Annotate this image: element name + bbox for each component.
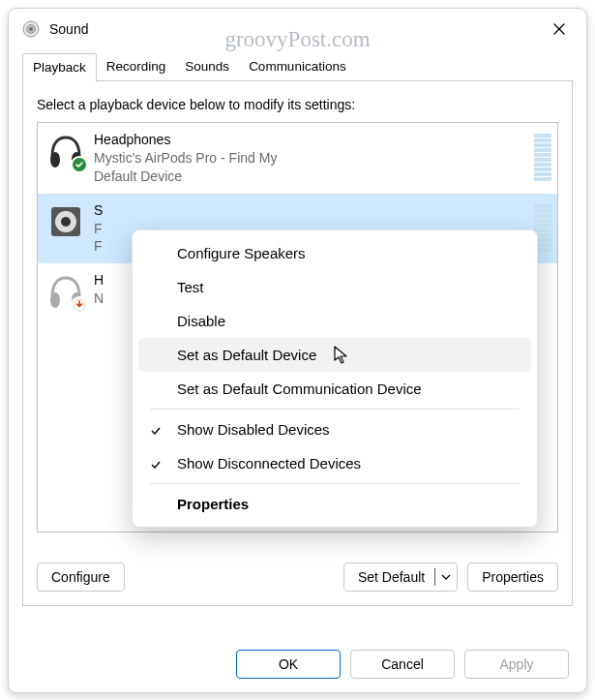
properties-button[interactable]: Properties bbox=[467, 563, 558, 592]
menu-show-disconnected[interactable]: Show Disconnected Devices bbox=[138, 446, 531, 480]
instruction-text: Select a playback device below to modify… bbox=[37, 97, 558, 112]
device-status: Default Device bbox=[94, 167, 528, 186]
window-title: Sound bbox=[49, 21, 88, 37]
footer-buttons: OK Cancel Apply bbox=[236, 650, 569, 679]
menu-separator bbox=[150, 483, 520, 484]
set-default-button[interactable]: Set Default bbox=[344, 563, 434, 591]
menu-configure-speakers[interactable]: Configure Speakers bbox=[138, 236, 531, 270]
inner-button-row: Configure Set Default Properties bbox=[37, 563, 558, 592]
svg-point-7 bbox=[61, 217, 71, 227]
sound-icon bbox=[22, 20, 40, 38]
disconnected-badge-icon bbox=[71, 296, 88, 314]
svg-point-2 bbox=[29, 27, 33, 31]
device-subtitle: Mystic's AirPods Pro - Find My bbox=[94, 149, 528, 167]
menu-properties[interactable]: Properties bbox=[138, 487, 531, 521]
tab-playback[interactable]: Playback bbox=[22, 53, 97, 82]
apply-button[interactable]: Apply bbox=[464, 650, 569, 679]
close-button[interactable] bbox=[538, 14, 580, 45]
tabs: Playback Recording Sounds Communications bbox=[9, 53, 586, 81]
device-name: Headphones bbox=[94, 131, 528, 149]
tab-recording[interactable]: Recording bbox=[97, 53, 176, 81]
level-meter bbox=[534, 131, 551, 181]
menu-separator bbox=[150, 409, 520, 410]
speaker-icon bbox=[45, 201, 86, 242]
context-menu: Configure Speakers Test Disable Set as D… bbox=[132, 229, 538, 528]
device-info: Headphones Mystic's AirPods Pro - Find M… bbox=[94, 131, 528, 186]
device-item[interactable]: Headphones Mystic's AirPods Pro - Find M… bbox=[38, 123, 557, 194]
sound-dialog: Sound Playback Recording Sounds Communic… bbox=[8, 8, 587, 693]
menu-disable[interactable]: Disable bbox=[138, 304, 531, 338]
chevron-down-icon bbox=[441, 574, 451, 580]
set-default-split-button: Set Default bbox=[343, 563, 458, 592]
cancel-button[interactable]: Cancel bbox=[350, 650, 455, 679]
device-name: S bbox=[94, 201, 528, 220]
check-icon bbox=[150, 423, 164, 437]
menu-set-default-comm-device[interactable]: Set as Default Communication Device bbox=[138, 372, 531, 406]
svg-point-8 bbox=[50, 292, 60, 308]
headphones-icon bbox=[45, 131, 86, 171]
check-badge-icon bbox=[71, 156, 88, 173]
titlebar: Sound bbox=[9, 9, 586, 49]
tab-sounds[interactable]: Sounds bbox=[175, 53, 239, 81]
close-icon bbox=[553, 23, 565, 35]
set-default-dropdown[interactable] bbox=[435, 563, 457, 591]
configure-button[interactable]: Configure bbox=[37, 563, 125, 592]
menu-show-disabled[interactable]: Show Disabled Devices bbox=[138, 412, 531, 446]
tab-communications[interactable]: Communications bbox=[239, 53, 356, 81]
ok-button[interactable]: OK bbox=[236, 650, 341, 679]
menu-set-default-device[interactable]: Set as Default Device bbox=[138, 338, 531, 372]
svg-point-3 bbox=[50, 152, 60, 167]
headphones-icon bbox=[45, 271, 86, 312]
check-icon bbox=[150, 457, 164, 471]
menu-test[interactable]: Test bbox=[138, 270, 531, 304]
